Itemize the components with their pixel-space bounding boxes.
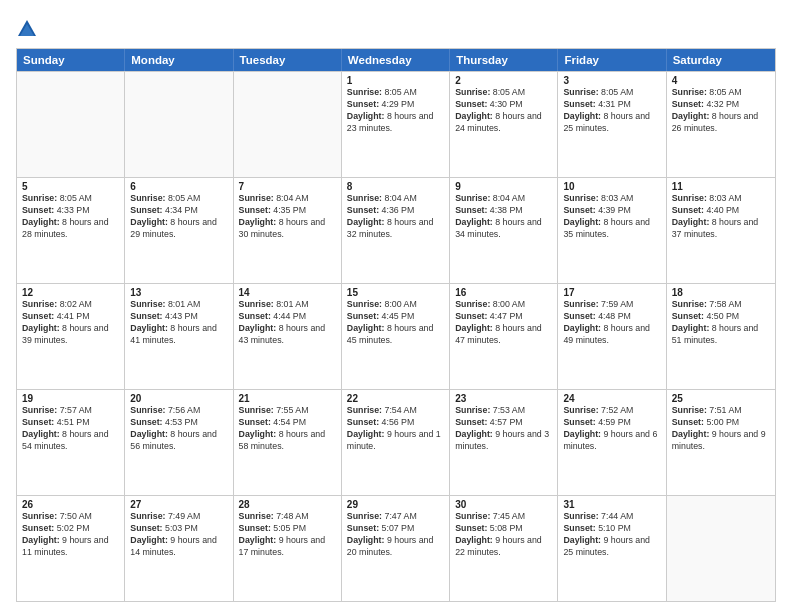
calendar-cell: 13Sunrise: 8:01 AMSunset: 4:43 PMDayligh… bbox=[125, 284, 233, 389]
day-number: 20 bbox=[130, 393, 227, 404]
calendar-cell: 4Sunrise: 8:05 AMSunset: 4:32 PMDaylight… bbox=[667, 72, 775, 177]
calendar-cell: 27Sunrise: 7:49 AMSunset: 5:03 PMDayligh… bbox=[125, 496, 233, 601]
day-number: 17 bbox=[563, 287, 660, 298]
day-number: 26 bbox=[22, 499, 119, 510]
day-number: 10 bbox=[563, 181, 660, 192]
day-info: Sunrise: 8:01 AMSunset: 4:43 PMDaylight:… bbox=[130, 299, 227, 347]
calendar-body: 1Sunrise: 8:05 AMSunset: 4:29 PMDaylight… bbox=[17, 71, 775, 601]
day-info: Sunrise: 8:05 AMSunset: 4:31 PMDaylight:… bbox=[563, 87, 660, 135]
calendar-cell: 16Sunrise: 8:00 AMSunset: 4:47 PMDayligh… bbox=[450, 284, 558, 389]
day-number: 14 bbox=[239, 287, 336, 298]
calendar-cell: 1Sunrise: 8:05 AMSunset: 4:29 PMDaylight… bbox=[342, 72, 450, 177]
calendar-cell bbox=[17, 72, 125, 177]
day-info: Sunrise: 7:47 AMSunset: 5:07 PMDaylight:… bbox=[347, 511, 444, 559]
calendar-cell bbox=[234, 72, 342, 177]
calendar-week-1: 1Sunrise: 8:05 AMSunset: 4:29 PMDaylight… bbox=[17, 71, 775, 177]
calendar-cell: 11Sunrise: 8:03 AMSunset: 4:40 PMDayligh… bbox=[667, 178, 775, 283]
day-info: Sunrise: 7:51 AMSunset: 5:00 PMDaylight:… bbox=[672, 405, 770, 453]
day-info: Sunrise: 7:44 AMSunset: 5:10 PMDaylight:… bbox=[563, 511, 660, 559]
calendar-cell: 7Sunrise: 8:04 AMSunset: 4:35 PMDaylight… bbox=[234, 178, 342, 283]
day-info: Sunrise: 7:58 AMSunset: 4:50 PMDaylight:… bbox=[672, 299, 770, 347]
day-number: 2 bbox=[455, 75, 552, 86]
day-info: Sunrise: 7:54 AMSunset: 4:56 PMDaylight:… bbox=[347, 405, 444, 453]
day-number: 12 bbox=[22, 287, 119, 298]
calendar-cell: 30Sunrise: 7:45 AMSunset: 5:08 PMDayligh… bbox=[450, 496, 558, 601]
calendar-cell: 6Sunrise: 8:05 AMSunset: 4:34 PMDaylight… bbox=[125, 178, 233, 283]
day-info: Sunrise: 8:04 AMSunset: 4:36 PMDaylight:… bbox=[347, 193, 444, 241]
day-number: 11 bbox=[672, 181, 770, 192]
day-info: Sunrise: 7:50 AMSunset: 5:02 PMDaylight:… bbox=[22, 511, 119, 559]
day-number: 24 bbox=[563, 393, 660, 404]
day-number: 3 bbox=[563, 75, 660, 86]
calendar-cell: 26Sunrise: 7:50 AMSunset: 5:02 PMDayligh… bbox=[17, 496, 125, 601]
calendar-week-3: 12Sunrise: 8:02 AMSunset: 4:41 PMDayligh… bbox=[17, 283, 775, 389]
calendar-cell: 10Sunrise: 8:03 AMSunset: 4:39 PMDayligh… bbox=[558, 178, 666, 283]
header bbox=[16, 16, 776, 40]
day-info: Sunrise: 8:05 AMSunset: 4:32 PMDaylight:… bbox=[672, 87, 770, 135]
day-info: Sunrise: 7:55 AMSunset: 4:54 PMDaylight:… bbox=[239, 405, 336, 453]
day-number: 31 bbox=[563, 499, 660, 510]
day-info: Sunrise: 7:56 AMSunset: 4:53 PMDaylight:… bbox=[130, 405, 227, 453]
day-info: Sunrise: 8:05 AMSunset: 4:29 PMDaylight:… bbox=[347, 87, 444, 135]
logo bbox=[16, 16, 42, 40]
page: SundayMondayTuesdayWednesdayThursdayFrid… bbox=[0, 0, 792, 612]
day-number: 8 bbox=[347, 181, 444, 192]
day-info: Sunrise: 8:05 AMSunset: 4:34 PMDaylight:… bbox=[130, 193, 227, 241]
day-number: 13 bbox=[130, 287, 227, 298]
day-number: 19 bbox=[22, 393, 119, 404]
day-header-sunday: Sunday bbox=[17, 49, 125, 71]
day-number: 25 bbox=[672, 393, 770, 404]
day-number: 23 bbox=[455, 393, 552, 404]
calendar-cell: 25Sunrise: 7:51 AMSunset: 5:00 PMDayligh… bbox=[667, 390, 775, 495]
calendar-week-5: 26Sunrise: 7:50 AMSunset: 5:02 PMDayligh… bbox=[17, 495, 775, 601]
day-info: Sunrise: 8:04 AMSunset: 4:38 PMDaylight:… bbox=[455, 193, 552, 241]
day-info: Sunrise: 8:02 AMSunset: 4:41 PMDaylight:… bbox=[22, 299, 119, 347]
day-number: 16 bbox=[455, 287, 552, 298]
day-number: 18 bbox=[672, 287, 770, 298]
calendar-cell: 15Sunrise: 8:00 AMSunset: 4:45 PMDayligh… bbox=[342, 284, 450, 389]
calendar-cell: 20Sunrise: 7:56 AMSunset: 4:53 PMDayligh… bbox=[125, 390, 233, 495]
calendar-cell: 24Sunrise: 7:52 AMSunset: 4:59 PMDayligh… bbox=[558, 390, 666, 495]
calendar-cell: 31Sunrise: 7:44 AMSunset: 5:10 PMDayligh… bbox=[558, 496, 666, 601]
day-info: Sunrise: 7:52 AMSunset: 4:59 PMDaylight:… bbox=[563, 405, 660, 453]
calendar-cell: 29Sunrise: 7:47 AMSunset: 5:07 PMDayligh… bbox=[342, 496, 450, 601]
calendar-cell: 28Sunrise: 7:48 AMSunset: 5:05 PMDayligh… bbox=[234, 496, 342, 601]
calendar-cell: 2Sunrise: 8:05 AMSunset: 4:30 PMDaylight… bbox=[450, 72, 558, 177]
calendar-week-2: 5Sunrise: 8:05 AMSunset: 4:33 PMDaylight… bbox=[17, 177, 775, 283]
day-number: 9 bbox=[455, 181, 552, 192]
calendar-cell: 3Sunrise: 8:05 AMSunset: 4:31 PMDaylight… bbox=[558, 72, 666, 177]
day-info: Sunrise: 8:04 AMSunset: 4:35 PMDaylight:… bbox=[239, 193, 336, 241]
calendar-cell: 23Sunrise: 7:53 AMSunset: 4:57 PMDayligh… bbox=[450, 390, 558, 495]
day-info: Sunrise: 8:03 AMSunset: 4:40 PMDaylight:… bbox=[672, 193, 770, 241]
calendar-week-4: 19Sunrise: 7:57 AMSunset: 4:51 PMDayligh… bbox=[17, 389, 775, 495]
day-info: Sunrise: 7:59 AMSunset: 4:48 PMDaylight:… bbox=[563, 299, 660, 347]
day-number: 30 bbox=[455, 499, 552, 510]
calendar-cell: 21Sunrise: 7:55 AMSunset: 4:54 PMDayligh… bbox=[234, 390, 342, 495]
day-number: 28 bbox=[239, 499, 336, 510]
day-number: 29 bbox=[347, 499, 444, 510]
day-header-tuesday: Tuesday bbox=[234, 49, 342, 71]
day-info: Sunrise: 7:48 AMSunset: 5:05 PMDaylight:… bbox=[239, 511, 336, 559]
day-number: 22 bbox=[347, 393, 444, 404]
calendar-cell: 5Sunrise: 8:05 AMSunset: 4:33 PMDaylight… bbox=[17, 178, 125, 283]
day-info: Sunrise: 7:57 AMSunset: 4:51 PMDaylight:… bbox=[22, 405, 119, 453]
day-info: Sunrise: 7:49 AMSunset: 5:03 PMDaylight:… bbox=[130, 511, 227, 559]
calendar-cell bbox=[667, 496, 775, 601]
day-info: Sunrise: 8:00 AMSunset: 4:45 PMDaylight:… bbox=[347, 299, 444, 347]
day-number: 21 bbox=[239, 393, 336, 404]
calendar-cell: 22Sunrise: 7:54 AMSunset: 4:56 PMDayligh… bbox=[342, 390, 450, 495]
day-number: 1 bbox=[347, 75, 444, 86]
day-header-friday: Friday bbox=[558, 49, 666, 71]
day-info: Sunrise: 8:05 AMSunset: 4:30 PMDaylight:… bbox=[455, 87, 552, 135]
day-number: 6 bbox=[130, 181, 227, 192]
day-info: Sunrise: 8:05 AMSunset: 4:33 PMDaylight:… bbox=[22, 193, 119, 241]
day-info: Sunrise: 8:00 AMSunset: 4:47 PMDaylight:… bbox=[455, 299, 552, 347]
day-number: 4 bbox=[672, 75, 770, 86]
day-info: Sunrise: 7:53 AMSunset: 4:57 PMDaylight:… bbox=[455, 405, 552, 453]
day-header-saturday: Saturday bbox=[667, 49, 775, 71]
calendar-cell: 18Sunrise: 7:58 AMSunset: 4:50 PMDayligh… bbox=[667, 284, 775, 389]
calendar-cell: 9Sunrise: 8:04 AMSunset: 4:38 PMDaylight… bbox=[450, 178, 558, 283]
day-header-monday: Monday bbox=[125, 49, 233, 71]
calendar: SundayMondayTuesdayWednesdayThursdayFrid… bbox=[16, 48, 776, 602]
day-number: 15 bbox=[347, 287, 444, 298]
